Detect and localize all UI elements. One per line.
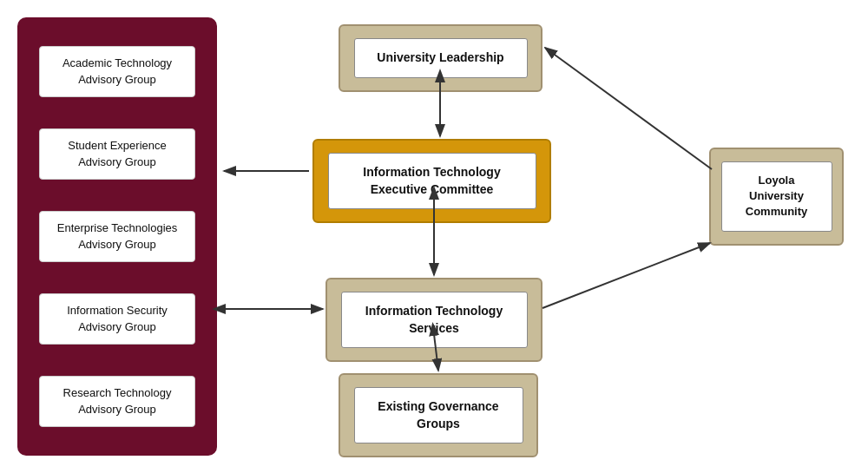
enterprise-technologies-advisory-group: Enterprise Technologies Advisory Group [39, 211, 195, 261]
existing-governance-label: Existing Governance Groups [354, 387, 523, 443]
loyola-community-label: Loyola University Community [721, 161, 832, 232]
student-experience-advisory-group: Student Experience Advisory Group [39, 128, 195, 179]
research-technology-advisory-group: Research Technology Advisory Group [39, 376, 195, 426]
university-leadership-box: University Leadership [339, 24, 542, 92]
it-services-box: Information Technology Services [326, 278, 542, 362]
it-executive-committee-box: Information Technology Executive Committ… [312, 139, 551, 223]
it-services-label: Information Technology Services [341, 292, 528, 348]
diagram-container: Academic Technology Advisory Group Stude… [0, 0, 868, 473]
information-security-advisory-group: Information Security Advisory Group [39, 293, 195, 344]
academic-technology-advisory-group: Academic Technology Advisory Group [39, 46, 195, 96]
university-leadership-label: University Leadership [354, 38, 528, 78]
services-to-loyola-arrow [542, 243, 710, 308]
existing-governance-box: Existing Governance Groups [339, 373, 538, 457]
it-exec-committee-label: Information Technology Executive Committ… [328, 153, 536, 209]
loyola-to-univ-arrow [545, 48, 712, 169]
left-advisory-panel: Academic Technology Advisory Group Stude… [17, 17, 217, 456]
loyola-community-box: Loyola University Community [709, 148, 844, 246]
